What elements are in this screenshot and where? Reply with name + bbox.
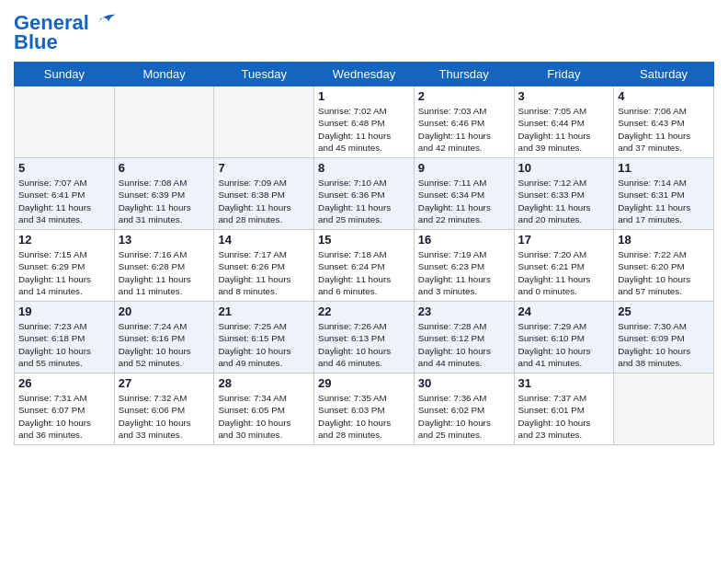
header: General Blue — [14, 9, 714, 54]
weekday-monday: Monday — [114, 63, 214, 86]
day-cell: 14Sunrise: 7:17 AM Sunset: 6:26 PM Dayli… — [214, 230, 314, 302]
day-number: 12 — [18, 233, 110, 247]
day-info: Sunrise: 7:11 AM Sunset: 6:34 PM Dayligh… — [418, 177, 510, 225]
day-info: Sunrise: 7:14 AM Sunset: 6:31 PM Dayligh… — [618, 177, 710, 225]
day-cell: 27Sunrise: 7:32 AM Sunset: 6:06 PM Dayli… — [114, 373, 214, 445]
day-cell: 9Sunrise: 7:11 AM Sunset: 6:34 PM Daylig… — [414, 158, 514, 230]
week-row-3: 12Sunrise: 7:15 AM Sunset: 6:29 PM Dayli… — [15, 230, 714, 302]
day-number: 23 — [418, 304, 510, 318]
day-number: 15 — [318, 233, 410, 247]
day-info: Sunrise: 7:17 AM Sunset: 6:26 PM Dayligh… — [218, 248, 310, 297]
day-cell: 3Sunrise: 7:05 AM Sunset: 6:44 PM Daylig… — [514, 86, 614, 158]
day-number: 30 — [418, 376, 510, 390]
day-info: Sunrise: 7:06 AM Sunset: 6:43 PM Dayligh… — [618, 105, 710, 154]
day-cell — [114, 86, 214, 158]
day-info: Sunrise: 7:05 AM Sunset: 6:44 PM Dayligh… — [518, 105, 610, 154]
day-number: 18 — [618, 233, 710, 247]
day-cell — [214, 86, 314, 158]
day-info: Sunrise: 7:37 AM Sunset: 6:01 PM Dayligh… — [518, 392, 610, 441]
day-info: Sunrise: 7:34 AM Sunset: 6:05 PM Dayligh… — [218, 392, 310, 441]
day-cell: 28Sunrise: 7:34 AM Sunset: 6:05 PM Dayli… — [214, 373, 314, 445]
week-row-2: 5Sunrise: 7:07 AM Sunset: 6:41 PM Daylig… — [15, 158, 714, 230]
day-number: 1 — [318, 89, 410, 103]
main-container: General Blue SundayMondayTuesdayWednesda… — [0, 0, 728, 450]
day-info: Sunrise: 7:26 AM Sunset: 6:13 PM Dayligh… — [318, 320, 410, 369]
day-number: 9 — [418, 161, 510, 175]
day-info: Sunrise: 7:28 AM Sunset: 6:12 PM Dayligh… — [418, 320, 510, 369]
day-cell: 13Sunrise: 7:16 AM Sunset: 6:28 PM Dayli… — [114, 230, 214, 302]
day-info: Sunrise: 7:10 AM Sunset: 6:36 PM Dayligh… — [318, 177, 410, 225]
day-info: Sunrise: 7:29 AM Sunset: 6:10 PM Dayligh… — [518, 320, 610, 369]
day-info: Sunrise: 7:03 AM Sunset: 6:46 PM Dayligh… — [418, 105, 510, 154]
day-number: 13 — [119, 233, 210, 247]
day-cell: 11Sunrise: 7:14 AM Sunset: 6:31 PM Dayli… — [614, 158, 714, 230]
day-info: Sunrise: 7:20 AM Sunset: 6:21 PM Dayligh… — [518, 248, 610, 297]
weekday-friday: Friday — [514, 63, 614, 86]
day-number: 24 — [518, 304, 610, 318]
day-cell: 30Sunrise: 7:36 AM Sunset: 6:02 PM Dayli… — [414, 373, 514, 445]
day-cell: 17Sunrise: 7:20 AM Sunset: 6:21 PM Dayli… — [514, 230, 614, 302]
day-cell: 2Sunrise: 7:03 AM Sunset: 6:46 PM Daylig… — [414, 86, 514, 158]
day-info: Sunrise: 7:36 AM Sunset: 6:02 PM Dayligh… — [418, 392, 510, 441]
day-cell: 4Sunrise: 7:06 AM Sunset: 6:43 PM Daylig… — [614, 86, 714, 158]
weekday-tuesday: Tuesday — [214, 63, 314, 86]
day-cell: 19Sunrise: 7:23 AM Sunset: 6:18 PM Dayli… — [15, 302, 115, 373]
day-info: Sunrise: 7:24 AM Sunset: 6:16 PM Dayligh… — [119, 320, 210, 369]
day-number: 21 — [218, 304, 310, 318]
day-number: 5 — [18, 161, 110, 175]
day-number: 2 — [418, 89, 510, 103]
day-info: Sunrise: 7:35 AM Sunset: 6:03 PM Dayligh… — [318, 392, 410, 441]
day-info: Sunrise: 7:02 AM Sunset: 6:48 PM Dayligh… — [318, 105, 410, 154]
day-number: 10 — [518, 161, 610, 175]
day-info: Sunrise: 7:18 AM Sunset: 6:24 PM Dayligh… — [318, 248, 410, 297]
day-cell: 15Sunrise: 7:18 AM Sunset: 6:24 PM Dayli… — [314, 230, 415, 302]
day-info: Sunrise: 7:12 AM Sunset: 6:33 PM Dayligh… — [518, 177, 610, 225]
day-number: 4 — [618, 89, 710, 103]
day-info: Sunrise: 7:31 AM Sunset: 6:07 PM Dayligh… — [18, 392, 110, 441]
day-cell: 6Sunrise: 7:08 AM Sunset: 6:39 PM Daylig… — [114, 158, 214, 230]
day-info: Sunrise: 7:22 AM Sunset: 6:20 PM Dayligh… — [618, 248, 710, 297]
day-number: 20 — [119, 304, 210, 318]
weekday-sunday: Sunday — [15, 63, 115, 86]
week-row-4: 19Sunrise: 7:23 AM Sunset: 6:18 PM Dayli… — [15, 302, 714, 373]
day-info: Sunrise: 7:16 AM Sunset: 6:28 PM Dayligh… — [119, 248, 210, 297]
week-row-5: 26Sunrise: 7:31 AM Sunset: 6:07 PM Dayli… — [15, 373, 714, 445]
day-number: 29 — [318, 376, 410, 390]
day-cell — [15, 86, 115, 158]
day-cell: 5Sunrise: 7:07 AM Sunset: 6:41 PM Daylig… — [15, 158, 115, 230]
weekday-saturday: Saturday — [614, 63, 714, 86]
day-number: 17 — [518, 233, 610, 247]
day-cell: 23Sunrise: 7:28 AM Sunset: 6:12 PM Dayli… — [414, 302, 514, 373]
day-info: Sunrise: 7:19 AM Sunset: 6:23 PM Dayligh… — [418, 248, 510, 297]
calendar-table: SundayMondayTuesdayWednesdayThursdayFrid… — [14, 62, 714, 445]
day-number: 6 — [119, 161, 210, 175]
day-number: 16 — [418, 233, 510, 247]
day-cell: 22Sunrise: 7:26 AM Sunset: 6:13 PM Dayli… — [314, 302, 415, 373]
day-cell: 16Sunrise: 7:19 AM Sunset: 6:23 PM Dayli… — [414, 230, 514, 302]
day-info: Sunrise: 7:30 AM Sunset: 6:09 PM Dayligh… — [618, 320, 710, 369]
day-number: 8 — [318, 161, 410, 175]
day-cell: 24Sunrise: 7:29 AM Sunset: 6:10 PM Dayli… — [514, 302, 614, 373]
day-cell: 20Sunrise: 7:24 AM Sunset: 6:16 PM Dayli… — [114, 302, 214, 373]
day-cell: 18Sunrise: 7:22 AM Sunset: 6:20 PM Dayli… — [614, 230, 714, 302]
day-cell: 31Sunrise: 7:37 AM Sunset: 6:01 PM Dayli… — [514, 373, 614, 445]
day-number: 28 — [218, 376, 310, 390]
day-info: Sunrise: 7:23 AM Sunset: 6:18 PM Dayligh… — [18, 320, 110, 369]
logo-bird-icon — [97, 9, 117, 29]
day-info: Sunrise: 7:32 AM Sunset: 6:06 PM Dayligh… — [119, 392, 210, 441]
weekday-header-row: SundayMondayTuesdayWednesdayThursdayFrid… — [15, 63, 714, 86]
day-cell: 1Sunrise: 7:02 AM Sunset: 6:48 PM Daylig… — [314, 86, 415, 158]
weekday-thursday: Thursday — [414, 63, 514, 86]
day-cell: 29Sunrise: 7:35 AM Sunset: 6:03 PM Dayli… — [314, 373, 415, 445]
day-cell: 26Sunrise: 7:31 AM Sunset: 6:07 PM Dayli… — [15, 373, 115, 445]
day-number: 14 — [218, 233, 310, 247]
week-row-1: 1Sunrise: 7:02 AM Sunset: 6:48 PM Daylig… — [15, 86, 714, 158]
day-number: 11 — [618, 161, 710, 175]
day-info: Sunrise: 7:15 AM Sunset: 6:29 PM Dayligh… — [18, 248, 110, 297]
day-info: Sunrise: 7:09 AM Sunset: 6:38 PM Dayligh… — [218, 177, 310, 225]
day-number: 27 — [119, 376, 210, 390]
day-number: 19 — [18, 304, 110, 318]
day-number: 7 — [218, 161, 310, 175]
day-cell: 8Sunrise: 7:10 AM Sunset: 6:36 PM Daylig… — [314, 158, 415, 230]
day-cell — [614, 373, 714, 445]
